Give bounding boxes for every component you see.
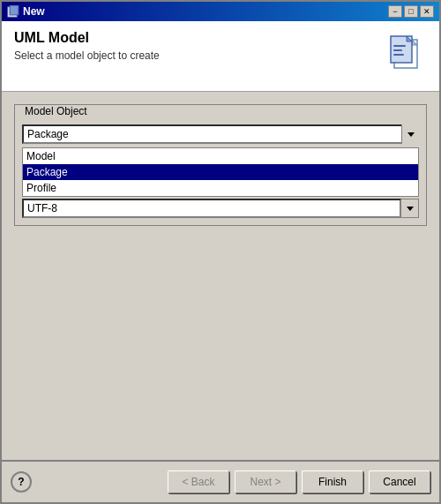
title-bar-left: New bbox=[7, 5, 45, 18]
help-button[interactable]: ? bbox=[11, 471, 32, 493]
group-box-label: Model Object bbox=[22, 105, 90, 117]
dropdown-selected-value[interactable]: Package bbox=[22, 124, 419, 144]
dropdown-arrow-icon[interactable] bbox=[401, 124, 419, 144]
svg-rect-8 bbox=[393, 54, 404, 56]
encoding-row: UTF-8 bbox=[22, 199, 419, 218]
finish-button[interactable]: Finish bbox=[302, 470, 363, 493]
title-bar-controls: − □ ✕ bbox=[388, 5, 434, 18]
header-icon bbox=[383, 30, 427, 74]
maximize-button[interactable]: □ bbox=[404, 5, 418, 18]
dropdown-item-profile[interactable]: Profile bbox=[23, 180, 418, 196]
header-text: UML Model Select a model object to creat… bbox=[14, 30, 383, 62]
close-button[interactable]: ✕ bbox=[420, 5, 434, 18]
main-area: Model Object Package Model Package Profi… bbox=[2, 92, 439, 460]
encoding-dropdown-arrow[interactable] bbox=[401, 199, 419, 218]
action-buttons: < Back Next > Finish Cancel bbox=[168, 470, 430, 493]
encoding-value: UTF-8 bbox=[22, 199, 401, 218]
dropdown-item-package[interactable]: Package bbox=[23, 164, 418, 180]
window-icon bbox=[7, 5, 19, 18]
svg-rect-1 bbox=[10, 5, 19, 15]
new-dialog-window: New − □ ✕ UML Model Select a model objec… bbox=[0, 0, 441, 504]
svg-rect-6 bbox=[393, 45, 406, 47]
title-bar: New − □ ✕ bbox=[2, 2, 439, 21]
header-subtitle: Select a model object to create bbox=[14, 49, 383, 62]
chevron-down-icon bbox=[407, 132, 415, 137]
header-section: UML Model Select a model object to creat… bbox=[2, 21, 439, 92]
bottom-bar: ? < Back Next > Finish Cancel bbox=[2, 460, 439, 502]
dropdown-item-model[interactable]: Model bbox=[23, 148, 418, 164]
next-button[interactable]: Next > bbox=[235, 470, 296, 493]
window-title: New bbox=[23, 5, 45, 18]
model-object-group: Model Object Package Model Package Profi… bbox=[14, 104, 427, 226]
group-box-inner: Package Model Package Profile UTF-8 bbox=[15, 121, 426, 225]
dropdown-list: Model Package Profile bbox=[22, 147, 419, 197]
cancel-button[interactable]: Cancel bbox=[369, 470, 430, 493]
minimize-button[interactable]: − bbox=[388, 5, 402, 18]
header-title: UML Model bbox=[14, 30, 383, 46]
model-object-dropdown[interactable]: Package bbox=[22, 124, 419, 144]
encoding-chevron-icon bbox=[407, 207, 414, 211]
svg-rect-7 bbox=[393, 49, 402, 51]
back-button[interactable]: < Back bbox=[168, 470, 229, 493]
